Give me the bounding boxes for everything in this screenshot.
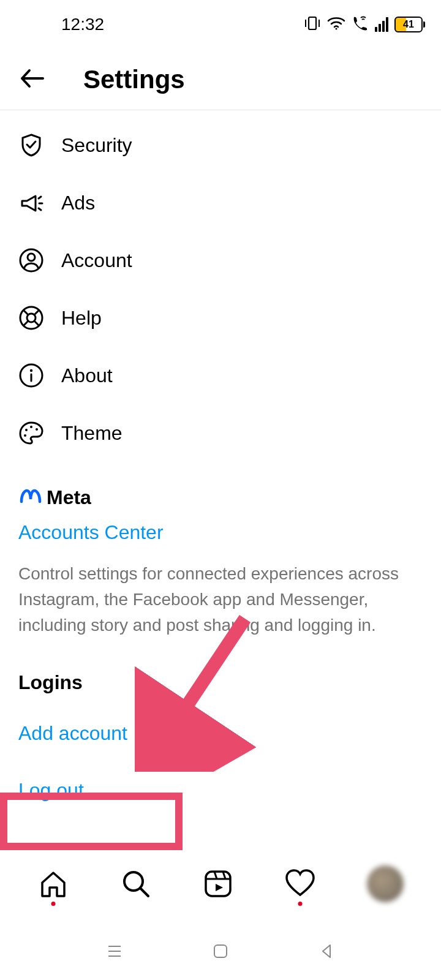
logins-section: Logins Add account Log out — [0, 671, 441, 802]
battery-icon: 41 — [394, 17, 423, 32]
svg-point-21 — [24, 434, 26, 437]
nav-home[interactable] — [37, 868, 69, 900]
settings-item-label: Ads — [61, 192, 95, 214]
svg-point-8 — [28, 254, 35, 261]
settings-item-ads[interactable]: Ads — [0, 174, 441, 232]
system-recents-button[interactable] — [104, 940, 126, 965]
settings-item-label: Account — [61, 249, 132, 272]
system-home-button[interactable] — [209, 940, 232, 965]
meta-brand-text: Meta — [47, 486, 91, 509]
add-account-link[interactable]: Add account — [18, 722, 423, 745]
megaphone-icon — [18, 190, 44, 216]
svg-line-13 — [23, 321, 28, 326]
svg-line-25 — [141, 889, 148, 896]
bottom-nav — [0, 858, 441, 910]
settings-item-account[interactable]: Account — [0, 232, 441, 289]
meta-logo-icon — [18, 488, 43, 508]
svg-point-20 — [36, 428, 38, 431]
settings-item-label: About — [61, 364, 113, 387]
settings-item-label: Theme — [61, 422, 123, 445]
logins-header: Logins — [18, 671, 423, 694]
status-bar: 12:32 41 — [0, 0, 441, 49]
page-title: Settings — [83, 65, 185, 94]
settings-item-help[interactable]: Help — [0, 289, 441, 347]
svg-line-6 — [39, 208, 41, 210]
call-wifi-icon — [352, 15, 369, 34]
svg-rect-26 — [206, 872, 230, 896]
svg-rect-33 — [214, 945, 227, 957]
system-nav — [0, 925, 441, 980]
settings-item-theme[interactable]: Theme — [0, 404, 441, 462]
meta-section: Meta Accounts Center Control settings fo… — [0, 468, 441, 638]
nav-reels[interactable] — [202, 868, 234, 900]
svg-point-3 — [336, 28, 337, 30]
svg-point-18 — [25, 429, 28, 431]
system-back-button[interactable] — [315, 940, 337, 965]
settings-item-label: Help — [61, 307, 102, 330]
settings-item-about[interactable]: About — [0, 347, 441, 404]
log-out-link[interactable]: Log out — [18, 779, 423, 802]
back-arrow-icon[interactable] — [18, 64, 47, 95]
lifebuoy-icon — [18, 305, 44, 331]
svg-rect-0 — [309, 17, 316, 29]
header: Settings — [0, 49, 441, 110]
shield-check-icon — [18, 132, 44, 158]
vibrate-icon — [304, 16, 321, 33]
nav-profile[interactable] — [367, 865, 404, 902]
svg-line-28 — [214, 872, 217, 879]
svg-line-4 — [39, 197, 41, 198]
svg-point-10 — [27, 314, 36, 322]
settings-item-label: Security — [61, 134, 132, 157]
accounts-center-link[interactable]: Accounts Center — [18, 521, 423, 544]
svg-line-11 — [23, 310, 28, 315]
svg-line-12 — [34, 310, 39, 315]
svg-point-24 — [124, 872, 143, 891]
settings-list: Security Ads Account Help About Theme — [0, 110, 441, 468]
svg-line-14 — [34, 321, 39, 326]
nav-search[interactable] — [120, 868, 152, 900]
palette-icon — [18, 420, 44, 446]
wifi-icon — [327, 16, 345, 33]
cellular-signal-icon — [375, 17, 388, 32]
status-time: 12:32 — [61, 15, 104, 34]
status-icons: 41 — [304, 15, 423, 34]
meta-brand: Meta — [18, 486, 423, 509]
account-circle-icon — [18, 247, 44, 273]
nav-activity[interactable] — [284, 868, 316, 900]
info-circle-icon — [18, 363, 44, 388]
settings-item-security[interactable]: Security — [0, 116, 441, 174]
meta-description: Control settings for connected experienc… — [18, 561, 423, 638]
svg-point-16 — [30, 369, 32, 372]
svg-point-19 — [30, 426, 32, 428]
